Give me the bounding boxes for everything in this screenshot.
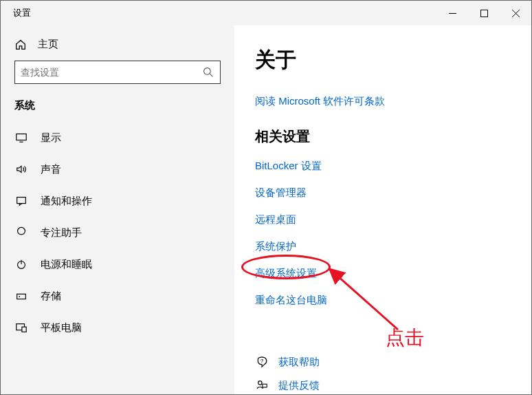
window-controls xyxy=(436,1,531,25)
tablet-icon xyxy=(14,321,28,334)
main-panel: 关于 阅读 Microsoft 软件许可条款 相关设置 BitLocker 设置… xyxy=(234,25,531,394)
sidebar-item-storage[interactable]: 存储 xyxy=(1,280,234,312)
search-input[interactable] xyxy=(21,67,202,78)
home-icon xyxy=(14,39,27,51)
svg-line-5 xyxy=(210,74,212,76)
feedback-label: 提供反馈 xyxy=(278,379,320,392)
link-device-manager[interactable]: 设备管理器 xyxy=(255,186,307,200)
svg-text:?: ? xyxy=(261,358,264,364)
svg-rect-1 xyxy=(480,10,487,17)
nav-list: 显示 声音 通知和操作 xyxy=(1,122,234,343)
svg-rect-11 xyxy=(17,294,26,299)
settings-window: 设置 主页 xyxy=(0,0,532,395)
svg-rect-14 xyxy=(22,327,26,332)
home-label: 主页 xyxy=(38,38,58,51)
power-icon xyxy=(14,257,28,271)
sidebar-item-tablet[interactable]: 平板电脑 xyxy=(1,312,234,343)
help-label: 获取帮助 xyxy=(278,356,320,369)
sidebar-item-label: 电源和睡眠 xyxy=(41,258,92,271)
sidebar-item-sound[interactable]: 声音 xyxy=(1,153,234,185)
get-help-link[interactable]: ? 获取帮助 xyxy=(255,355,531,369)
svg-rect-8 xyxy=(17,198,26,204)
sound-icon xyxy=(14,162,28,176)
storage-icon xyxy=(14,289,28,303)
minimize-button[interactable] xyxy=(436,1,468,25)
focus-icon xyxy=(14,226,28,239)
license-link[interactable]: 阅读 Microsoft 软件许可条款 xyxy=(255,95,531,108)
page-title: 关于 xyxy=(255,46,531,74)
close-button[interactable] xyxy=(500,1,531,25)
sidebar-item-notifications[interactable]: 通知和操作 xyxy=(1,185,234,217)
home-link[interactable]: 主页 xyxy=(1,32,234,61)
notification-icon xyxy=(14,194,28,208)
svg-rect-6 xyxy=(16,134,26,140)
titlebar: 设置 xyxy=(1,1,531,25)
window-title: 设置 xyxy=(13,7,31,19)
svg-rect-17 xyxy=(263,384,267,387)
maximize-button[interactable] xyxy=(468,1,500,25)
sidebar: 主页 系统 显示 xyxy=(1,25,234,394)
sidebar-item-label: 声音 xyxy=(41,163,61,176)
sidebar-item-label: 平板电脑 xyxy=(41,321,82,334)
sidebar-item-label: 通知和操作 xyxy=(41,195,92,208)
link-bitlocker[interactable]: BitLocker 设置 xyxy=(255,160,322,173)
link-remote-desktop[interactable]: 远程桌面 xyxy=(255,213,296,226)
feedback-link[interactable]: 提供反馈 xyxy=(255,378,531,392)
sidebar-item-display[interactable]: 显示 xyxy=(1,122,234,153)
search-icon xyxy=(202,66,214,78)
svg-point-16 xyxy=(258,381,262,385)
sidebar-item-focus[interactable]: 专注助手 xyxy=(1,217,234,248)
footer-links: ? 获取帮助 提供反馈 xyxy=(255,355,531,392)
feedback-icon xyxy=(255,378,269,392)
svg-point-4 xyxy=(204,68,211,75)
search-wrap xyxy=(1,61,234,95)
category-heading: 系统 xyxy=(1,95,234,122)
sidebar-item-label: 专注助手 xyxy=(41,226,82,239)
link-advanced-system-settings[interactable]: 高级系统设置 xyxy=(255,267,317,280)
display-icon xyxy=(14,131,28,145)
window-body: 主页 系统 显示 xyxy=(1,25,531,394)
related-settings-heading: 相关设置 xyxy=(255,127,531,146)
svg-point-12 xyxy=(19,296,20,297)
sidebar-item-label: 显示 xyxy=(41,131,61,145)
sidebar-item-label: 存储 xyxy=(41,290,61,303)
help-icon: ? xyxy=(255,355,269,369)
sidebar-item-power[interactable]: 电源和睡眠 xyxy=(1,248,234,280)
link-system-protection[interactable]: 系统保护 xyxy=(255,240,296,253)
link-rename-pc[interactable]: 重命名这台电脑 xyxy=(255,294,327,307)
search-box[interactable] xyxy=(14,61,221,84)
